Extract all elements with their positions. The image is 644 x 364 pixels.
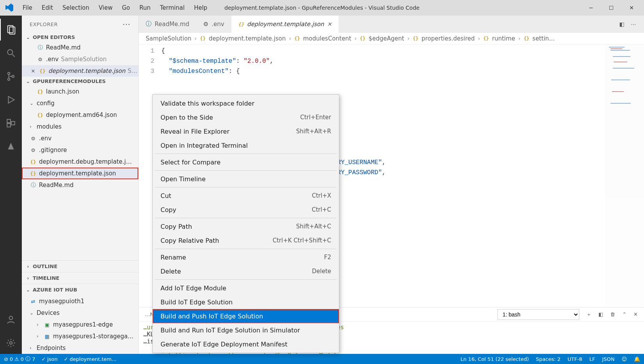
open-editors-label: OPEN EDITORS: [33, 34, 75, 40]
menu-run[interactable]: Run: [136, 3, 155, 13]
terminal-select[interactable]: 1: bash: [498, 309, 579, 320]
context-menu-item[interactable]: RenameF2: [153, 250, 339, 264]
file-readme[interactable]: ⓘReadMe.md: [22, 179, 138, 191]
azure-iot-section[interactable]: ⌄AZURE IOT HUB: [22, 284, 138, 295]
menu-file[interactable]: File: [19, 3, 36, 13]
device-storage[interactable]: ›▦myasegpures1-storagega…: [22, 330, 138, 342]
status-lang[interactable]: JSON: [602, 356, 614, 362]
tab-env[interactable]: ⚙.env: [196, 16, 231, 33]
explorer-more-icon[interactable]: ⋯: [123, 19, 131, 29]
kill-terminal-icon[interactable]: 🗑: [610, 311, 615, 317]
context-menu-item[interactable]: Copy PathShift+Alt+C: [153, 219, 339, 233]
file-label: deployment.debug.template.j…: [39, 158, 132, 165]
context-menu-item[interactable]: Generate IoT Edge Deployment Manifest: [153, 337, 339, 351]
context-menu-item[interactable]: Open to the SideCtrl+Enter: [153, 110, 339, 124]
activity-settings-icon[interactable]: [0, 332, 22, 354]
tab-deployment-template[interactable]: {}deployment.template.json✕: [231, 16, 339, 33]
menu-edit[interactable]: Edit: [38, 3, 57, 13]
status-encoding[interactable]: UTF-8: [568, 356, 582, 362]
activity-debug-icon[interactable]: [0, 89, 22, 111]
breadcrumb-item[interactable]: properties.desired: [422, 35, 475, 42]
context-menu-item[interactable]: Reveal in File ExplorerShift+Alt+R: [153, 124, 339, 138]
context-menu-item[interactable]: Add IoT Edge Module: [153, 281, 339, 295]
maximize-panel-icon[interactable]: ⌃: [622, 311, 626, 317]
activity-explorer-icon[interactable]: [0, 19, 22, 41]
folder-config[interactable]: ⌄config: [22, 97, 138, 109]
new-terminal-icon[interactable]: ＋: [586, 311, 591, 318]
minimap[interactable]: [605, 44, 644, 307]
breadcrumb-item[interactable]: modulesContent: [303, 35, 351, 42]
minimize-button[interactable]: ─: [582, 2, 600, 14]
status-json-schema[interactable]: ✓ json: [41, 356, 57, 362]
menu-view[interactable]: View: [95, 3, 116, 13]
status-errors[interactable]: ⊘0 ⚠0 ⓘ7: [4, 355, 35, 362]
file-deployment-amd64[interactable]: {}deployment.amd64.json: [22, 109, 138, 121]
close-panel-icon[interactable]: ✕: [633, 311, 638, 317]
file-deployment-debug-template[interactable]: {}deployment.debug.template.j…: [22, 156, 138, 168]
file-env[interactable]: ⚙.env: [22, 133, 138, 144]
hub-icon: ⇄: [30, 298, 37, 305]
activity-source-control-icon[interactable]: [0, 65, 22, 87]
activity-account-icon[interactable]: [0, 309, 22, 330]
menu-go[interactable]: Go: [118, 3, 134, 13]
status-eol[interactable]: LF: [589, 356, 595, 362]
maximize-button[interactable]: ☐: [602, 2, 621, 14]
outline-section[interactable]: ›OUTLINE: [22, 260, 138, 272]
close-button[interactable]: ✕: [622, 2, 641, 14]
activity-extensions-icon[interactable]: [0, 112, 22, 134]
split-editor-icon[interactable]: ◧: [619, 21, 625, 27]
context-menu-item[interactable]: Select for Compare: [153, 155, 339, 169]
menu-help[interactable]: Help: [190, 3, 211, 13]
breadcrumb-item[interactable]: runtime: [492, 35, 515, 42]
context-menu-item[interactable]: CopyCtrl+C: [153, 203, 339, 217]
info-icon: ⓘ: [30, 182, 37, 189]
tab-label: ReadMe.md: [155, 21, 189, 28]
endpoints-node[interactable]: ›Endpoints: [22, 342, 138, 354]
iot-hub[interactable]: ⇄myasegpuioth1: [22, 295, 138, 307]
context-menu-item[interactable]: Copy Relative PathCtrl+K Ctrl+Shift+C: [153, 233, 339, 247]
open-editor-readme[interactable]: ⓘ ReadMe.md: [22, 42, 138, 53]
folder-modules[interactable]: ›modules: [22, 121, 138, 133]
context-menu-item[interactable]: Build and Push IoT Edge Solution: [153, 309, 339, 323]
breadcrumb-item[interactable]: deployment.template.json: [209, 35, 286, 42]
workspace-section[interactable]: ⌄ GPUREFERENCEMODULES: [22, 77, 138, 86]
split-terminal-icon[interactable]: ◧: [598, 311, 603, 317]
open-editors-section[interactable]: ⌄ OPEN EDITORS: [22, 33, 138, 42]
status-bell-icon[interactable]: 🔔: [634, 356, 640, 362]
context-menu-item[interactable]: Build and Run IoT Edge Solution in Simul…: [153, 323, 339, 337]
activity-azure-icon[interactable]: [0, 136, 22, 157]
breadcrumb-item[interactable]: SampleSolution: [146, 35, 191, 42]
tab-label: .env: [212, 21, 224, 28]
activity-search-icon[interactable]: [0, 42, 22, 64]
status-cursor[interactable]: Ln 16, Col 51 (22 selected): [461, 356, 529, 362]
file-label: .env: [39, 135, 51, 142]
context-menu-item[interactable]: Open in Integrated Terminal: [153, 138, 339, 152]
context-menu-item[interactable]: CutCtrl+X: [153, 189, 339, 203]
breadcrumb-item[interactable]: settin…: [533, 35, 555, 42]
devices-node[interactable]: ⌄Devices: [22, 307, 138, 319]
status-feedback-icon[interactable]: ☺: [621, 356, 627, 362]
device-edge[interactable]: ›▣myasegpures1-edge: [22, 319, 138, 330]
context-menu-item[interactable]: Open Timeline: [153, 172, 339, 186]
vscode-logo-icon: [5, 3, 14, 12]
menu-terminal[interactable]: Terminal: [156, 3, 189, 13]
more-actions-icon[interactable]: ⋯: [631, 21, 636, 27]
menu-selection[interactable]: Selection: [58, 3, 93, 13]
context-menu-item[interactable]: Build IoT Edge Solution: [153, 295, 339, 309]
file-gitignore[interactable]: ⚙.gitignore: [22, 144, 138, 156]
timeline-section[interactable]: ›TIMELINE: [22, 272, 138, 284]
breadcrumb[interactable]: SampleSolution› {}deployment.template.js…: [139, 33, 644, 44]
file-deployment-template[interactable]: {}deployment.template.json: [22, 168, 138, 179]
info-icon: ⓘ: [37, 44, 44, 51]
context-menu-item[interactable]: Validate this workspace folder: [153, 96, 339, 110]
close-icon[interactable]: ✕: [30, 67, 37, 74]
file-launch-json[interactable]: {}launch.json: [22, 86, 138, 97]
open-editor-env[interactable]: ⚙ .env SampleSolution: [22, 53, 138, 65]
tab-readme[interactable]: ⓘReadMe.md: [139, 16, 196, 33]
open-editor-deployment-template[interactable]: ✕ {} deployment.template.json S…: [22, 65, 138, 77]
context-menu-item[interactable]: DeleteDelete: [153, 264, 339, 278]
status-spaces[interactable]: Spaces: 2: [536, 356, 561, 362]
status-deploy[interactable]: ✓ deployment.tem…: [64, 356, 117, 362]
close-icon[interactable]: ✕: [327, 21, 332, 27]
breadcrumb-item[interactable]: $edgeAgent: [369, 35, 404, 42]
